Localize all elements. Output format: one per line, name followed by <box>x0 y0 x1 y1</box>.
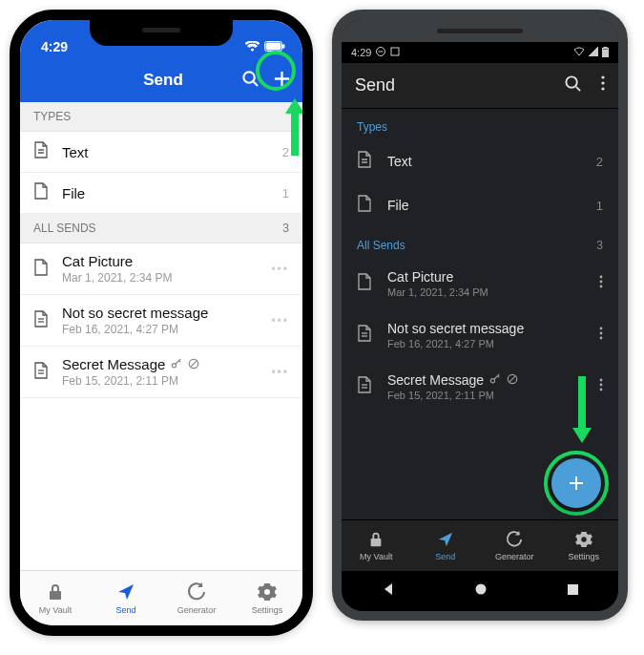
svg-line-24 <box>576 86 580 90</box>
tab-settings[interactable]: Settings <box>550 520 619 571</box>
type-count: 1 <box>596 199 603 213</box>
android-tab-bar: My Vault Send Generator Settings <box>342 519 618 571</box>
ios-notch <box>90 19 233 46</box>
send-date: Feb 16, 2021, 4:27 PM <box>62 323 260 336</box>
ios-tab-bar: My Vault Send Generator Settings <box>20 570 302 625</box>
lock-icon <box>367 531 384 550</box>
tab-label: My Vault <box>39 605 72 615</box>
page-title: Send <box>85 71 241 90</box>
add-fab-button[interactable] <box>551 458 601 508</box>
send-title: Cat Picture <box>62 253 133 269</box>
more-icon[interactable] <box>599 275 603 292</box>
all-sends-section-header: ALL SENDS 3 <box>20 214 302 243</box>
disabled-icon <box>188 356 199 372</box>
svg-point-31 <box>600 281 603 284</box>
send-row[interactable]: Not so secret message Feb 16, 2021, 4:27… <box>20 295 302 347</box>
svg-point-32 <box>600 285 603 288</box>
svg-point-30 <box>600 276 603 279</box>
more-icon[interactable]: ••• <box>271 314 289 328</box>
svg-rect-19 <box>391 48 399 55</box>
more-icon[interactable]: ••• <box>271 263 289 276</box>
svg-point-3 <box>243 72 254 82</box>
all-sends-label: ALL SENDS <box>33 222 96 235</box>
send-title: Secret Message <box>387 372 484 388</box>
search-icon[interactable] <box>564 74 582 97</box>
overflow-menu-icon[interactable] <box>601 75 605 95</box>
send-row[interactable]: Cat Picture Mar 1, 2021, 2:34 PM ••• <box>20 243 302 295</box>
tab-send[interactable]: Send <box>411 520 481 571</box>
refresh-icon <box>187 582 206 603</box>
svg-point-27 <box>601 87 604 90</box>
svg-rect-50 <box>568 584 578 595</box>
back-button[interactable] <box>382 582 395 600</box>
signal-icon <box>589 47 598 58</box>
svg-point-25 <box>601 75 604 78</box>
file-icon <box>357 273 374 294</box>
add-button[interactable] <box>273 74 291 91</box>
type-row-text[interactable]: Text 2 <box>342 139 618 183</box>
recents-button[interactable] <box>567 582 579 600</box>
svg-point-49 <box>475 584 486 595</box>
svg-rect-22 <box>604 50 608 56</box>
text-file-icon <box>33 362 51 383</box>
svg-point-43 <box>600 379 603 382</box>
key-icon <box>171 356 182 372</box>
tab-my-vault[interactable]: My Vault <box>342 520 411 571</box>
text-file-icon <box>33 141 51 162</box>
wifi-icon <box>245 39 260 54</box>
home-button[interactable] <box>474 582 488 600</box>
type-label: File <box>387 198 583 213</box>
send-title: Cat Picture <box>387 269 453 285</box>
tab-send[interactable]: Send <box>91 571 161 625</box>
android-app-header: Send <box>342 63 618 109</box>
gear-icon <box>258 582 277 603</box>
disabled-icon <box>507 372 518 388</box>
gear-icon <box>575 531 592 550</box>
all-sends-label: All Sends <box>357 239 405 252</box>
ios-app-header: Send <box>20 58 302 102</box>
text-file-icon <box>357 376 374 397</box>
svg-line-16 <box>191 361 197 368</box>
more-icon[interactable] <box>599 378 603 395</box>
tab-settings[interactable]: Settings <box>232 571 302 625</box>
svg-point-45 <box>600 389 603 391</box>
send-row[interactable]: Cat Picture Mar 1, 2021, 2:34 PM <box>342 258 618 309</box>
tab-label: Send <box>115 605 135 615</box>
search-icon[interactable] <box>241 70 260 92</box>
type-row-text[interactable]: Text 2 <box>20 132 302 173</box>
svg-point-14 <box>173 364 177 368</box>
all-sends-section-header: All Sends 3 <box>342 227 618 258</box>
android-status-bar: 4:29 <box>342 42 618 63</box>
svg-point-36 <box>600 332 603 335</box>
more-icon[interactable]: ••• <box>271 366 289 379</box>
send-row[interactable]: Secret Message Feb 15, 2021, 2:11 PM <box>342 361 618 412</box>
svg-line-4 <box>254 81 258 85</box>
text-file-icon <box>33 310 51 331</box>
send-date: Feb 16, 2021, 4:27 PM <box>387 338 586 349</box>
type-row-file[interactable]: File 1 <box>20 173 302 214</box>
type-count: 2 <box>282 145 289 159</box>
type-label: File <box>62 185 271 201</box>
file-icon <box>33 259 51 280</box>
svg-point-37 <box>600 337 603 340</box>
tab-label: Generator <box>495 552 534 561</box>
send-date: Mar 1, 2021, 2:34 PM <box>62 271 260 285</box>
types-section-header: TYPES <box>20 102 302 132</box>
ios-device-frame: 4:29 Send TYPES Text 2 File 1 <box>10 10 313 636</box>
text-file-icon <box>357 151 374 172</box>
tab-my-vault[interactable]: My Vault <box>20 571 91 625</box>
send-row[interactable]: Not so secret message Feb 16, 2021, 4:27… <box>342 309 618 361</box>
more-icon[interactable] <box>599 327 603 344</box>
text-file-icon <box>357 325 374 346</box>
android-device-frame: 4:29 Send Types Text 2 File 1 <box>332 10 628 621</box>
svg-rect-1 <box>266 43 280 50</box>
types-section-header: Types <box>342 109 618 139</box>
send-title: Secret Message <box>62 356 165 372</box>
tab-label: My Vault <box>360 552 392 561</box>
tab-generator[interactable]: Generator <box>480 520 550 571</box>
file-icon <box>357 195 374 216</box>
send-row[interactable]: Secret Message Feb 15, 2021, 2:11 PM ••• <box>20 347 302 398</box>
tab-generator[interactable]: Generator <box>161 571 232 625</box>
type-row-file[interactable]: File 1 <box>342 183 618 227</box>
send-title: Not so secret message <box>62 305 208 321</box>
